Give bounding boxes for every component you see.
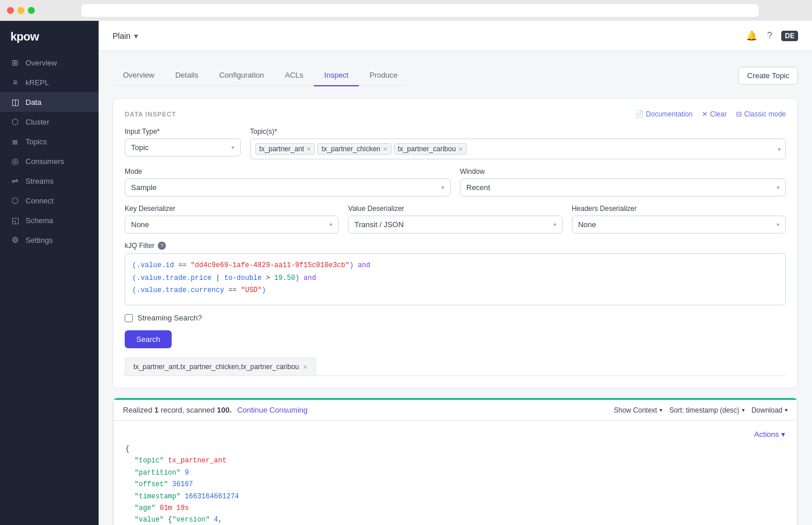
results-status-text: Realized 1 record, scanned 100. Continue…	[123, 406, 307, 414]
sidebar-label-topics: Topics	[26, 137, 47, 146]
tab-configuration[interactable]: Configuration	[209, 65, 274, 86]
sidebar-item-overview[interactable]: ⊞ Overview	[0, 53, 99, 72]
sidebar-label-streams: Streams	[26, 177, 53, 185]
data-icon: ◫	[10, 97, 20, 107]
tab-produce[interactable]: Produce	[359, 65, 408, 86]
topic-tag-chicken-close[interactable]: ✕	[383, 146, 387, 152]
sidebar-item-streams[interactable]: ⇌ Streams	[0, 171, 99, 191]
clear-link[interactable]: ✕ Clear	[702, 110, 727, 118]
filter-line-1: (.value.id == "dd4c9e69-1afe-4829-aa11-9…	[132, 260, 778, 272]
close-button[interactable]	[7, 7, 14, 14]
maximize-button[interactable]	[28, 7, 35, 14]
documentation-link[interactable]: 📄 Documentation	[635, 110, 693, 118]
tab-details[interactable]: Details	[165, 65, 209, 86]
value-deser-select[interactable]: Transit / JSON ▾	[348, 216, 562, 234]
cluster-selector[interactable]: Plain ▾	[113, 31, 138, 41]
help-icon[interactable]: ?	[767, 31, 772, 41]
key-deser-field: Key Deserializer None ▾	[125, 205, 339, 234]
sort-button[interactable]: Sort: timestamp (desc) ▾	[669, 406, 745, 414]
topbar-left: Plain ▾	[113, 31, 138, 41]
show-context-button[interactable]: Show Context ▾	[614, 406, 662, 414]
titlebar	[0, 0, 812, 21]
minimize-button[interactable]	[17, 7, 24, 14]
input-type-value: Topic	[131, 143, 148, 152]
json-result-header: Actions ▾	[125, 430, 785, 439]
chevron-down-icon: ▾	[329, 221, 332, 228]
window-controls	[7, 7, 35, 14]
sidebar-item-schema[interactable]: ◱ Schema	[0, 210, 99, 230]
sidebar-label-connect: Connect	[26, 196, 53, 205]
window-select[interactable]: Recent ▾	[460, 178, 786, 196]
continue-consuming-link[interactable]: Continue Consuming	[237, 406, 307, 414]
topbar: Plain ▾ 🔔 ? DE	[99, 21, 812, 51]
classic-mode-link[interactable]: ⊟ Classic mode	[736, 110, 786, 118]
mode-select[interactable]: Sample ▾	[125, 178, 451, 196]
filter-help-icon[interactable]: ?	[158, 242, 166, 250]
search-button[interactable]: Search	[125, 330, 172, 348]
bell-icon[interactable]: 🔔	[746, 30, 757, 41]
topic-tag-ant-close[interactable]: ✕	[306, 146, 311, 152]
value-deser-field: Value Deserializer Transit / JSON ▾	[348, 205, 562, 234]
filter-label: kJQ Filter ?	[125, 242, 786, 250]
topic-tag-caribou-close[interactable]: ✕	[458, 146, 463, 152]
input-type-select[interactable]: Topic ▾	[125, 138, 241, 156]
sidebar: kpow ⊞ Overview ≡ kREPL ◫ Data ⬡ Cluster…	[0, 21, 99, 525]
topic-tag-chicken-label: tx_partner_chicken	[321, 145, 380, 153]
tab-navigation: Overview Details Configuration ACLs Insp…	[113, 65, 798, 86]
streaming-search-row: Streaming Search?	[125, 313, 786, 322]
settings-icon: ⚙	[10, 235, 20, 245]
topic-tag-ant[interactable]: tx_partner_ant ✕	[255, 143, 315, 155]
tab-overview[interactable]: Overview	[113, 65, 165, 86]
headers-deser-select[interactable]: None ▾	[572, 216, 786, 234]
app-logo: kpow	[0, 21, 99, 53]
results-tabs-container: tx_partner_ant,tx_partner_chicken,tx_par…	[125, 358, 786, 376]
result-tab-1[interactable]: tx_partner_ant,tx_partner_chicken,tx_par…	[125, 358, 316, 375]
json-content: { "topic" tx_partner_ant "partition" 9 "…	[125, 443, 785, 525]
create-topic-button[interactable]: Create Topic	[738, 67, 798, 85]
tabs-list: Overview Details Configuration ACLs Insp…	[113, 65, 408, 86]
sidebar-item-data[interactable]: ◫ Data	[0, 92, 99, 112]
sidebar-item-consumers[interactable]: ◎ Consumers	[0, 151, 99, 171]
sidebar-item-krepl[interactable]: ≡ kREPL	[0, 72, 99, 92]
filter-textarea[interactable]: (.value.id == "dd4c9e69-1afe-4829-aa11-9…	[125, 253, 786, 305]
chevron-down-icon: ▾	[441, 184, 444, 191]
streaming-search-checkbox[interactable]	[125, 314, 133, 322]
key-deser-label: Key Deserializer	[125, 205, 339, 213]
window-value: Recent	[466, 183, 490, 192]
tab-acls[interactable]: ACLs	[274, 65, 314, 86]
download-button[interactable]: Download ▾	[752, 406, 788, 414]
topic-tag-caribou[interactable]: tx_partner_caribou ✕	[394, 143, 467, 155]
result-tab-close-icon[interactable]: ✕	[303, 364, 307, 370]
topic-tag-ant-label: tx_partner_ant	[259, 145, 304, 153]
topics-field: Topic(s)* tx_partner_ant ✕ tx_partner_ch…	[250, 127, 786, 159]
krepl-icon: ≡	[10, 78, 20, 87]
filter-line-3: (.value.trade.currency == "USD")	[132, 285, 778, 297]
results-tabs: tx_partner_ant,tx_partner_chicken,tx_par…	[125, 358, 786, 376]
topics-label: Topic(s)*	[250, 127, 786, 136]
filter-line-2: (.value.trade.price | to-double > 19.50)…	[132, 272, 778, 285]
headers-deser-value: None	[578, 220, 596, 229]
consumers-icon: ◎	[10, 156, 20, 166]
chevron-down-icon: ▾	[777, 221, 780, 228]
cluster-icon: ⬡	[10, 117, 20, 126]
form-row-input-topics: Input Type* Topic ▾ Topic(s)* tx_partner…	[125, 127, 786, 159]
sidebar-item-connect[interactable]: ⬡ Connect	[0, 191, 99, 210]
window-label: Window	[460, 167, 786, 176]
sidebar-item-topics[interactable]: ≣ Topics	[0, 132, 99, 151]
topics-input[interactable]: tx_partner_ant ✕ tx_partner_chicken ✕ tx…	[250, 138, 786, 159]
panel-title: DATA INSPECT	[125, 111, 176, 118]
topic-tag-chicken[interactable]: tx_partner_chicken ✕	[317, 143, 391, 155]
sidebar-item-settings[interactable]: ⚙ Settings	[0, 230, 99, 250]
key-deser-select[interactable]: None ▾	[125, 216, 339, 234]
filter-section: kJQ Filter ? (.value.id == "dd4c9e69-1af…	[125, 242, 786, 305]
user-badge[interactable]: DE	[781, 31, 798, 41]
tab-inspect[interactable]: Inspect	[314, 65, 359, 86]
key-deser-value: None	[131, 220, 149, 229]
sidebar-label-settings: Settings	[26, 236, 53, 245]
actions-button[interactable]: Actions ▾	[754, 430, 785, 439]
chevron-down-icon: ▾	[742, 407, 745, 413]
sidebar-item-cluster[interactable]: ⬡ Cluster	[0, 112, 99, 132]
chevron-down-icon: ▾	[781, 430, 785, 439]
url-bar[interactable]	[81, 4, 759, 17]
window-field: Window Recent ▾	[460, 167, 786, 196]
